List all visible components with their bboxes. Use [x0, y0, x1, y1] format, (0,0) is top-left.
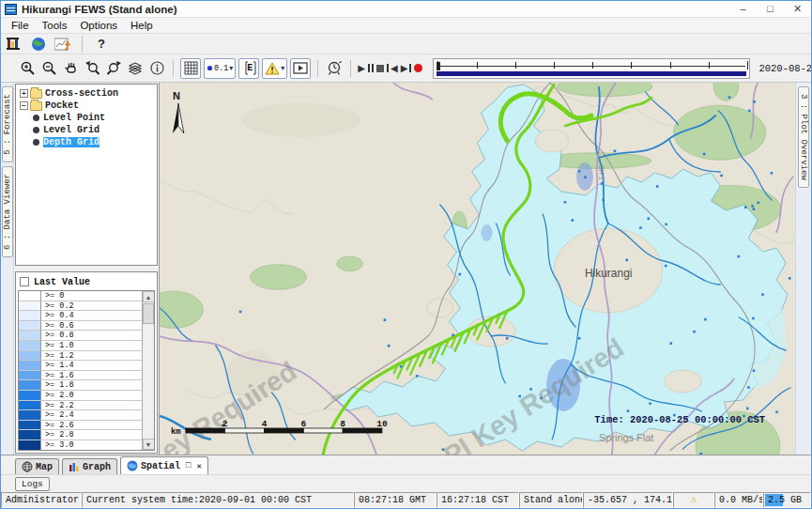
- status-system-time: Current system time:2020-09-01 00:00 CST: [82, 492, 354, 508]
- last-value-checkbox[interactable]: [20, 277, 29, 286]
- legend-row: >= 1.6: [19, 371, 142, 381]
- legend-color-swatch: [19, 401, 41, 411]
- contour-threshold-button[interactable]: 0.1▾: [204, 58, 236, 79]
- skip-to-end-button[interactable]: ▶: [401, 64, 412, 73]
- animation-timer-icon[interactable]: [325, 59, 344, 78]
- time-slider-handle[interactable]: [437, 62, 440, 70]
- expand-icon[interactable]: +: [20, 89, 28, 98]
- tree-node-depth-grid[interactable]: Depth Grid: [18, 136, 155, 148]
- timeseries-chart-icon[interactable]: [54, 35, 72, 54]
- legend-row: >= 0.8: [19, 331, 142, 341]
- legend-row-label: >= 2.6: [41, 421, 142, 431]
- tab-data-viewer[interactable]: 6 : Data Viewer: [2, 166, 13, 257]
- tree-node-level-point[interactable]: Level Point: [18, 112, 155, 124]
- flood-east-lobe: [729, 285, 786, 388]
- tree-node-label: Level Point: [43, 113, 105, 123]
- legend-color-swatch: [19, 430, 41, 440]
- e-button-label: E: [247, 63, 253, 73]
- legend-row: >= 2.6: [19, 421, 142, 431]
- chevron-down-icon: ▾: [281, 64, 284, 72]
- tree-node-pocket[interactable]: − Pocket: [18, 100, 155, 112]
- legend-color-swatch: [19, 380, 41, 391]
- tab-plot-overview[interactable]: 3 : Plot Overview: [798, 86, 809, 188]
- scrollbar-thumb[interactable]: [143, 303, 154, 324]
- legend-row-label: >= 1.2: [41, 351, 142, 362]
- menu-file[interactable]: File: [5, 19, 36, 32]
- info-icon[interactable]: [147, 59, 166, 78]
- tab-forecast[interactable]: 5 : Forecast: [2, 86, 13, 162]
- scroll-up-icon[interactable]: ▲: [143, 291, 155, 302]
- zoom-in-icon[interactable]: [18, 59, 37, 78]
- tab-spatial[interactable]: Spatial □ ✕: [120, 456, 208, 474]
- legend-color-swatch: [19, 321, 41, 332]
- menu-options[interactable]: Options: [73, 19, 124, 32]
- import-archive-icon[interactable]: [5, 35, 23, 54]
- status-user: Administrator: [1, 492, 82, 508]
- elevation-scale-button[interactable]: E: [238, 58, 259, 79]
- legend-row: >= 0.6: [19, 321, 142, 332]
- help-icon[interactable]: ?: [92, 35, 111, 54]
- legend-row-label: >= 2.8: [41, 430, 142, 440]
- scale-unit-label: km: [171, 427, 181, 437]
- tab-map[interactable]: Map: [15, 458, 59, 474]
- collapse-icon[interactable]: −: [20, 101, 28, 110]
- map-canvas[interactable]: API Key Required API Key Required Hikura…: [160, 83, 795, 455]
- tab-maximize-icon[interactable]: □: [186, 461, 191, 470]
- logs-button[interactable]: Logs: [15, 477, 50, 491]
- minimize-button[interactable]: –: [729, 1, 757, 17]
- legend-row-label: >= 3.0: [41, 440, 142, 450]
- maximize-button[interactable]: □: [757, 1, 784, 17]
- folder-icon: [30, 89, 42, 99]
- status-warning-cell[interactable]: ⚠: [673, 492, 714, 508]
- layers-icon[interactable]: [126, 59, 145, 78]
- north-label: N: [173, 90, 180, 101]
- app-logo-icon: [5, 4, 17, 15]
- legend-row: >= 1.2: [19, 351, 142, 362]
- memory-label: 2.5 GB: [768, 495, 802, 505]
- tab-graph[interactable]: Graph: [62, 458, 117, 474]
- legend-color-swatch: [19, 291, 41, 301]
- scroll-down-icon[interactable]: ▼: [143, 439, 155, 450]
- legend-panel: Last Value >= 0>= 0.2>= 0.4>= 0.6>= 0.8>…: [15, 271, 158, 454]
- current-time-label: 2020-08-25 00:00:00 CST: [758, 63, 812, 74]
- close-button[interactable]: ✕: [784, 1, 811, 17]
- legend-color-swatch: [19, 440, 41, 450]
- tree-node-cross-section[interactable]: + Cross-section: [18, 87, 155, 100]
- tab-close-icon[interactable]: ✕: [196, 461, 201, 471]
- pan-hand-icon[interactable]: [61, 59, 80, 78]
- animation-export-button[interactable]: [290, 58, 311, 79]
- legend-row: >= 1.0: [19, 341, 142, 351]
- application-window: Hikurangi FEWS (Stand alone) – □ ✕ File …: [0, 0, 812, 509]
- record-button[interactable]: [414, 64, 422, 72]
- svg-text:4: 4: [262, 419, 268, 429]
- grid-display-button[interactable]: [180, 58, 201, 79]
- pause-button[interactable]: [368, 64, 374, 72]
- menu-tools[interactable]: Tools: [36, 19, 74, 32]
- zoom-previous-icon[interactable]: [83, 59, 101, 78]
- play-button[interactable]: ▶: [358, 64, 365, 73]
- legend-row-label: >= 0.2: [41, 301, 142, 312]
- map-viewport[interactable]: API Key Required API Key Required Hikura…: [159, 83, 795, 455]
- bar-chart-icon: [69, 461, 80, 472]
- map-display-globe-icon[interactable]: [29, 35, 48, 54]
- legend-row-label: >= 2.4: [41, 410, 142, 421]
- stop-button[interactable]: [376, 65, 384, 72]
- chevron-down-icon: ▾: [229, 64, 233, 72]
- time-slider[interactable]: [433, 58, 750, 79]
- menu-help[interactable]: Help: [124, 19, 160, 32]
- legend-scrollbar[interactable]: ▲ ▼: [142, 291, 154, 450]
- legend-row: >= 2.8: [19, 430, 142, 440]
- menu-bar: File Tools Options Help: [1, 18, 811, 34]
- layers-panel: + Cross-section − Pocket Level Point Lev…: [14, 83, 159, 455]
- skip-to-start-button[interactable]: ◀: [387, 64, 398, 73]
- zoom-out-icon[interactable]: [39, 59, 58, 78]
- tree-node-level-grid[interactable]: Level Grid: [18, 124, 155, 136]
- thresholds-warning-button[interactable]: ▾: [262, 58, 287, 79]
- zoom-next-icon[interactable]: [104, 59, 123, 78]
- svg-text:8: 8: [340, 419, 345, 429]
- tree-node-label: Pocket: [45, 100, 79, 111]
- layer-tree: + Cross-section − Pocket Level Point Lev…: [15, 84, 158, 266]
- legend-row: >= 2.0: [19, 391, 142, 401]
- legend-row: >= 0.2: [19, 301, 142, 312]
- legend-row: >= 0: [19, 291, 142, 301]
